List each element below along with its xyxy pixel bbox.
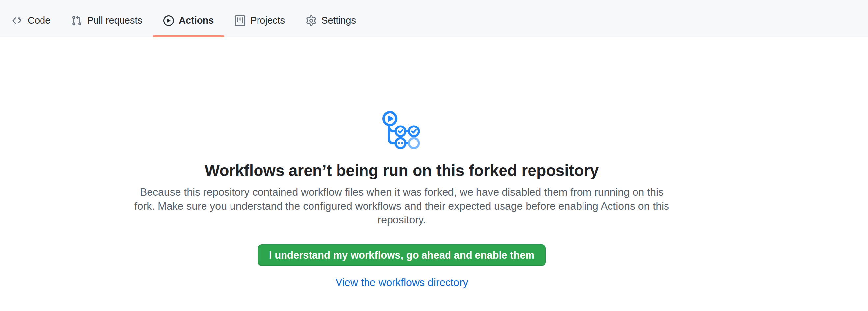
gear-icon <box>306 15 316 26</box>
enable-workflows-button[interactable]: I understand my workflows, go ahead and … <box>258 244 546 266</box>
tab-label: Settings <box>321 16 356 25</box>
view-workflows-directory-link[interactable]: View the workflows directory <box>335 276 468 289</box>
tab-pull-requests[interactable]: Pull requests <box>61 5 153 37</box>
blankslate-heading: Workflows aren’t being run on this forke… <box>205 161 599 181</box>
tab-code[interactable]: Code <box>2 5 61 37</box>
tab-projects[interactable]: Projects <box>224 5 296 37</box>
tab-label: Projects <box>250 16 285 25</box>
repo-tabnav: Code Pull requests Actions Projects Sett… <box>0 0 868 37</box>
play-icon <box>163 15 174 26</box>
code-icon <box>12 15 23 26</box>
tab-actions[interactable]: Actions <box>153 5 224 37</box>
tab-label: Actions <box>179 16 214 25</box>
tab-label: Pull requests <box>87 16 142 25</box>
blankslate-description: Because this repository contained workfl… <box>128 185 675 227</box>
project-icon <box>235 15 245 26</box>
actions-disabled-blankslate: Workflows aren’t being run on this forke… <box>0 37 836 289</box>
tab-settings[interactable]: Settings <box>296 5 367 37</box>
git-pull-request-icon <box>71 15 82 26</box>
actions-workflow-illustration <box>382 111 421 150</box>
tab-label: Code <box>28 16 51 25</box>
